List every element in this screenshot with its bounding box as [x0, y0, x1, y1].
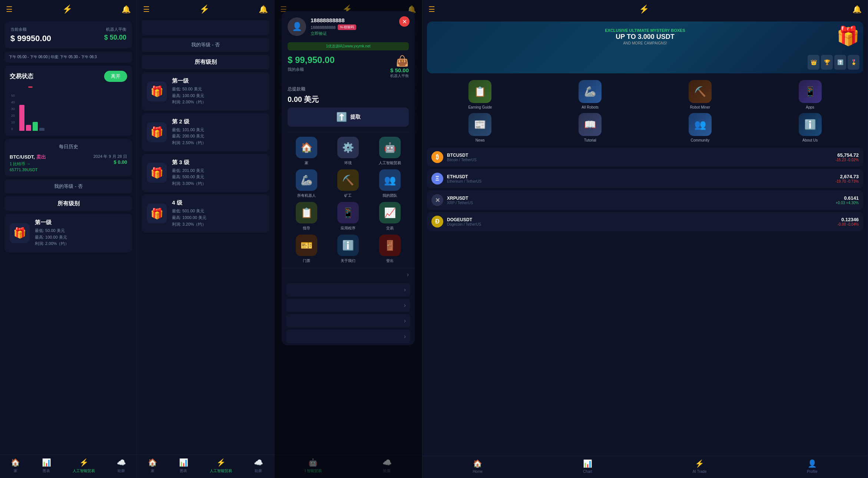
history-item: BTC/USDT, 卖出 1 比特币 → 65771.39USDT 2024 年…	[10, 154, 127, 172]
eth-change: -19.70 -0.73%	[835, 179, 859, 183]
p2-bell-icon[interactable]: 🔔	[259, 5, 268, 14]
level-name: 第一级	[35, 219, 69, 226]
news-label: News	[476, 138, 485, 142]
modal-logout-icon: 🚪	[379, 235, 401, 256]
bell-icon[interactable]: 🔔	[122, 5, 131, 14]
app-item-apps[interactable]: 📱 Apps	[757, 80, 863, 109]
trading-header: 交易状态 离开	[10, 71, 127, 82]
modal-sub-row-4: ›	[286, 314, 410, 328]
crypto-item-eth[interactable]: Ξ ETHUSDT Ethereum / TetherUS 2,674.73 -…	[427, 169, 863, 188]
modal-ai-icon: 🤖	[379, 137, 401, 158]
modal-balance-label: 我的余额	[288, 67, 335, 72]
app-grid: 📋 Earning Guide 🦾 All Robots ⛏️ Robot Mi…	[423, 76, 868, 146]
modal-env-label: 环境	[344, 160, 352, 166]
modal-grid-item-env[interactable]: ⚙️ 环境	[329, 137, 367, 166]
p4-profile-icon: 👤	[808, 459, 817, 468]
modal-trade-icon: 📈	[379, 202, 401, 223]
daily-history-title: 每日历史	[10, 143, 127, 150]
modal-home-icon: 🏠	[296, 137, 317, 158]
watermark: 1优选源码1www.yxymk.net	[288, 42, 409, 50]
modal-grid-item-ticket[interactable]: 🎫 门票	[288, 235, 325, 263]
modal-grid-item-logout[interactable]: 🚪 登出	[371, 235, 409, 263]
modal-grid-item-robots[interactable]: 🦾 所有机器人	[288, 169, 325, 198]
robot-miner-icon: ⛏️	[689, 80, 712, 103]
close-modal-button[interactable]: ✕	[399, 16, 410, 27]
modal-grid-item-trade[interactable]: 📈 交易	[371, 202, 409, 231]
modal-grid-item-ai[interactable]: 🤖 人工智能贸易	[371, 137, 409, 166]
p2-nav-profile[interactable]: ☁️ 轮廓	[254, 458, 263, 474]
p4-nav-ai-trade[interactable]: ⚡ AI Trade	[693, 459, 707, 474]
app-item-news[interactable]: 📰 News	[427, 113, 533, 142]
crypto-item-doge[interactable]: Ð DOGEUSDT Dogecoin / TetherUS 0.12346 -…	[427, 212, 863, 231]
app-item-all-robots[interactable]: 🦾 All Robots	[537, 80, 643, 109]
nav-profile[interactable]: ☁️ 轮廓	[117, 458, 126, 474]
eth-info: ETHUSDT Ethereum / TetherUS	[447, 174, 481, 183]
leave-button[interactable]: 离开	[104, 71, 127, 82]
amount-row: 1 比特币 →	[10, 161, 46, 167]
modal-grid-item-team[interactable]: 👥 我的团队	[371, 169, 409, 198]
nav-home[interactable]: 🏠 家	[11, 458, 20, 474]
modal-grid-item-about[interactable]: ℹ️ 关于我们	[329, 235, 367, 263]
promo-decoration: 🎁	[836, 25, 859, 47]
panel-3: ☰ ⚡ 🔔 ⚙️ 👤 18888888888 18888888888 %-校验码…	[274, 0, 423, 478]
modal-grid-item-apps[interactable]: 📱 应用程序	[329, 202, 367, 231]
p2-level-name-4: 4 级	[172, 199, 206, 206]
p2-nav-chart-label: 图表	[180, 468, 187, 474]
btc-name: BTCUSDT	[447, 153, 477, 158]
crypto-btc-right: 65,754.72 -15.23 -0.02%	[835, 152, 859, 162]
y-label: 0	[11, 127, 15, 131]
withdraw-button[interactable]: ⬆️ 提取	[288, 107, 409, 127]
modal-grid-item-miner[interactable]: ⛏️ 矿工	[329, 169, 367, 198]
promo-text-main: UP TO 3.000 USDT	[434, 33, 857, 41]
p4-bell-icon[interactable]: 🔔	[852, 5, 862, 14]
doge-price: 0.12346	[838, 217, 859, 222]
bar-4	[39, 128, 44, 131]
chart-y-labels: 50 40 30 20 10 0	[11, 94, 15, 131]
usdt-amount: 65771.39USDT	[10, 167, 46, 172]
promo-item-3: ⬆️	[834, 55, 846, 70]
app-item-community[interactable]: 👥 Community	[647, 113, 753, 142]
earning-guide-icon: 📋	[468, 80, 491, 103]
p2-level-badge: 我的等级 - 否	[142, 38, 269, 52]
hamburger-icon[interactable]: ☰	[6, 5, 13, 14]
p4-nav-profile[interactable]: 👤 Profile	[807, 459, 817, 474]
doge-icon: Ð	[431, 216, 443, 228]
p4-hamburger-icon[interactable]: ☰	[428, 5, 435, 14]
modal-sub-row-3: ›	[286, 299, 410, 312]
promo-item-1: 👑	[808, 55, 819, 70]
modal-grid-item-guide[interactable]: 📋 指导	[288, 202, 325, 231]
doge-info: DOGEUSDT Dogecoin / TetherUS	[447, 217, 481, 226]
p2-level-icon-4: 🎁	[147, 203, 167, 223]
crypto-eth-left: Ξ ETHUSDT Ethereum / TetherUS	[431, 173, 481, 185]
app-item-robot-miner[interactable]: ⛏️ Robot Miner	[647, 80, 753, 109]
crypto-item-btc[interactable]: ₿ BTCUSDT Bitcoin / TetherUS 65,754.72 -…	[427, 147, 863, 167]
p4-nav-home[interactable]: 🏠 Home	[473, 459, 483, 474]
app-item-about-us[interactable]: ℹ️ About Us	[757, 113, 863, 142]
balance-amount: $ 99950.00	[10, 34, 51, 43]
p2-nav-ai-trade[interactable]: ⚡ 人工智能贸易	[210, 458, 232, 474]
app-item-tutorial[interactable]: 📖 Tutorial	[537, 113, 643, 142]
p2-level-info-2: 第 2 级 最低: 101.00 美元最高: 200.00 美元利润: 2.50…	[172, 118, 206, 146]
modal-guide-icon: 📋	[296, 202, 317, 223]
eth-subname: Ethereum / TetherUS	[447, 179, 481, 183]
nav-chart[interactable]: 📊 图表	[42, 458, 51, 474]
verify-link[interactable]: 立即验证	[311, 31, 356, 36]
chart-area: 50 40 30 20 10 0	[10, 86, 127, 131]
crypto-item-xrp[interactable]: ✕ XRPUSDT XRP / TetherUS 0.6141 +0.03 +4…	[427, 190, 863, 210]
p2-nav-home[interactable]: 🏠 家	[148, 458, 157, 474]
p2-header: ☰ ⚡ 🔔	[137, 0, 274, 19]
nav-ai-trade[interactable]: ⚡ 人工智能贸易	[73, 458, 95, 474]
modal-grid-item-home[interactable]: 🏠 家	[288, 137, 325, 166]
p4-header: ☰ ⚡ 🔔	[423, 0, 868, 19]
app-item-earning-guide[interactable]: 📋 Earning Guide	[427, 80, 533, 109]
p2-level-name-2: 第 2 级	[172, 118, 206, 125]
level-card-1: 🎁 第一级 最低: 50.00 美元最高: 100.00 美元利润: 2.00%…	[4, 214, 132, 252]
p2-level-detail-4: 最低: 501.00 美元最高: 1000.00 美元利润: 3.20%（约）	[172, 208, 206, 228]
p2-level-card-2: 🎁 第 2 级 最低: 101.00 美元最高: 200.00 美元利润: 2.…	[142, 113, 269, 152]
daily-history: 每日历史 BTC/USDT, 卖出 1 比特币 → 65771.39USDT 2…	[4, 139, 132, 176]
p4-nav-chart[interactable]: 📊 Chart	[583, 459, 592, 474]
crypto-list: ₿ BTCUSDT Bitcoin / TetherUS 65,754.72 -…	[427, 147, 863, 231]
p2-nav-chart[interactable]: 📊 图表	[179, 458, 188, 474]
p2-hamburger-icon[interactable]: ☰	[143, 5, 150, 14]
withdraw-btn-text: 提取	[350, 114, 361, 120]
